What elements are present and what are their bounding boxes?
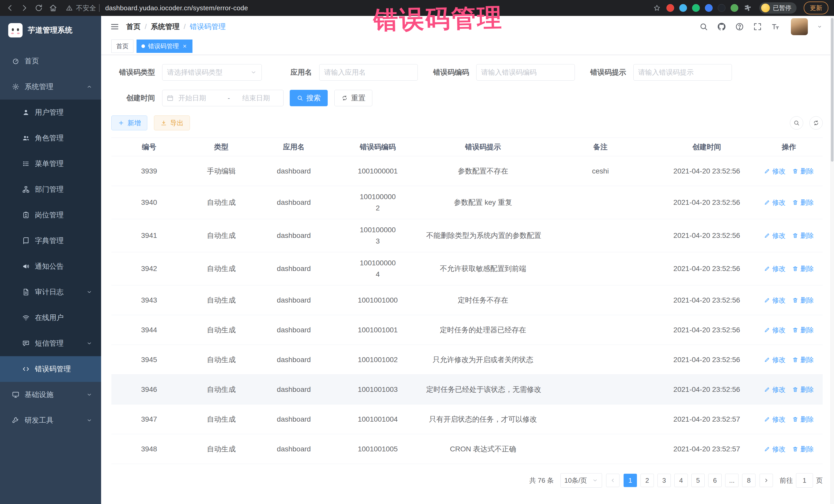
table-row[interactable]: 3947自动生成dashboard1001001004只有开启状态的任务，才可以… (111, 404, 823, 434)
add-button[interactable]: 新增 (111, 115, 147, 130)
extension-icon-1[interactable] (666, 4, 674, 12)
sidebar-item-3[interactable]: 角色管理 (0, 125, 101, 151)
home-icon[interactable] (49, 4, 58, 12)
sidebar-item-14[interactable]: 研发工具 (0, 408, 101, 433)
extension-icon-3[interactable] (692, 4, 700, 12)
sidebar-item-12[interactable]: 错误码管理 (0, 356, 101, 382)
tab-1[interactable]: 错误码管理 (136, 40, 193, 53)
reload-icon[interactable] (35, 4, 43, 12)
edit-link[interactable]: 修改 (764, 294, 786, 306)
table-row[interactable]: 3941自动生成dashboard100100000 3不能删除类型为系统内置的… (111, 219, 823, 252)
profile-chip[interactable]: 已暂停 (759, 2, 796, 14)
back-icon[interactable] (6, 4, 14, 12)
help-icon[interactable] (735, 22, 744, 31)
error-hint-input[interactable] (633, 64, 732, 81)
toggle-search-button[interactable] (790, 116, 803, 130)
avatar-caret-icon[interactable] (816, 24, 823, 30)
edit-link[interactable]: 修改 (764, 384, 786, 395)
delete-link[interactable]: 删除 (792, 384, 814, 395)
user-avatar[interactable] (791, 18, 808, 35)
sidebar-item-9[interactable]: 审计日志 (0, 279, 101, 305)
page-button-8[interactable]: 8 (742, 474, 755, 487)
reset-button[interactable]: 重置 (334, 90, 372, 106)
tab-0[interactable]: 首页 (111, 40, 133, 53)
font-size-icon[interactable] (771, 22, 780, 31)
delete-link[interactable]: 删除 (792, 414, 814, 425)
edit-link[interactable]: 修改 (764, 443, 786, 455)
delete-link[interactable]: 删除 (792, 166, 814, 177)
page-button-1[interactable]: 1 (623, 474, 637, 487)
edit-link[interactable]: 修改 (764, 197, 786, 208)
close-icon[interactable] (182, 43, 188, 49)
error-type-select[interactable]: 请选择错误码类型 (162, 64, 262, 81)
extension-icon-4[interactable] (705, 4, 712, 12)
extension-icon-6[interactable] (730, 4, 738, 12)
edit-link[interactable]: 修改 (764, 263, 786, 274)
fullscreen-icon[interactable] (753, 22, 762, 31)
prev-page-button[interactable] (606, 474, 619, 487)
delete-link[interactable]: 删除 (792, 294, 814, 306)
sidebar-item-0[interactable]: 首页 (0, 48, 101, 74)
edit-link[interactable]: 修改 (764, 324, 786, 336)
delete-link[interactable]: 删除 (792, 324, 814, 336)
delete-link[interactable]: 删除 (792, 443, 814, 455)
table-row[interactable]: 3948自动生成dashboard1001001005CRON 表达式不正确20… (111, 434, 823, 464)
breadcrumb-system[interactable]: 系统管理 (151, 22, 180, 31)
delete-link[interactable]: 删除 (792, 354, 814, 366)
table-row[interactable]: 3945自动生成dashboard1001001002只允许修改为开启或者关闭状… (111, 345, 823, 375)
extension-icon-2[interactable] (679, 4, 687, 12)
breadcrumb-home[interactable]: 首页 (126, 22, 140, 31)
url-text[interactable]: dashboard.yudao.iocoder.cn/system/error-… (105, 4, 248, 12)
extensions-puzzle-icon[interactable] (744, 4, 752, 12)
sidebar-item-4[interactable]: 菜单管理 (0, 151, 101, 177)
header-search-icon[interactable] (699, 22, 708, 31)
edit-link[interactable]: 修改 (764, 354, 786, 366)
app-logo[interactable]: 芋道管理系统 (0, 16, 101, 45)
sidebar-item-10[interactable]: 在线用户 (0, 305, 101, 330)
table-row[interactable]: 3943自动生成dashboard1001001000定时任务不存在2021-0… (111, 285, 823, 315)
sidebar-item-6[interactable]: 岗位管理 (0, 202, 101, 228)
table-row[interactable]: 3942自动生成dashboard100100000 4不允许获取敏感配置到前端… (111, 252, 823, 285)
extension-icon-5[interactable] (718, 4, 725, 12)
github-icon[interactable] (717, 22, 726, 31)
page-ellipsis[interactable]: ... (725, 474, 739, 487)
sidebar-item-11[interactable]: 短信管理 (0, 330, 101, 356)
hamburger-icon[interactable] (110, 22, 119, 31)
sidebar-item-1[interactable]: 系统管理 (0, 74, 101, 100)
bookmark-star-icon[interactable] (653, 4, 661, 12)
delete-link[interactable]: 删除 (792, 230, 814, 241)
date-range-picker[interactable]: 开始日期 - 结束日期 (162, 90, 284, 106)
page-size-select[interactable]: 10条/页 (561, 473, 602, 487)
next-page-button[interactable] (760, 474, 773, 487)
page-button-4[interactable]: 4 (674, 474, 688, 487)
edit-link[interactable]: 修改 (764, 230, 786, 241)
table-row[interactable]: 3940自动生成dashboard100100000 2参数配置 key 重复2… (111, 186, 823, 219)
table-row[interactable]: 3946自动生成dashboard1001001003定时任务已经处于该状态，无… (111, 375, 823, 404)
delete-link[interactable]: 删除 (792, 197, 814, 208)
table-row[interactable]: 3939手动编辑dashboard1001000001参数配置不存在ceshi2… (111, 156, 823, 186)
page-button-5[interactable]: 5 (691, 474, 705, 487)
site-security[interactable]: 不安全 (66, 4, 100, 13)
page-button-3[interactable]: 3 (657, 474, 671, 487)
page-button-6[interactable]: 6 (708, 474, 722, 487)
page-button-2[interactable]: 2 (640, 474, 654, 487)
sidebar-item-8[interactable]: 通知公告 (0, 254, 101, 279)
scrollbar[interactable] (830, 16, 834, 504)
app-name-input[interactable] (319, 64, 418, 81)
browser-update-button[interactable]: 更新 (804, 2, 828, 14)
table-row[interactable]: 3944自动生成dashboard1001001001定时任务的处理器已经存在2… (111, 315, 823, 345)
sidebar-item-5[interactable]: 部门管理 (0, 177, 101, 202)
goto-page-input[interactable] (796, 473, 813, 487)
refresh-table-button[interactable] (809, 116, 823, 130)
sidebar-item-13[interactable]: 基础设施 (0, 382, 101, 408)
sidebar-item-7[interactable]: 字典管理 (0, 228, 101, 254)
edit-link[interactable]: 修改 (764, 166, 786, 177)
delete-link[interactable]: 删除 (792, 263, 814, 274)
scrollbar-thumb[interactable] (831, 18, 833, 162)
forward-icon[interactable] (20, 4, 29, 12)
export-button[interactable]: 导出 (154, 115, 190, 130)
error-code-input[interactable] (476, 64, 575, 81)
sidebar-item-2[interactable]: 用户管理 (0, 100, 101, 125)
edit-link[interactable]: 修改 (764, 414, 786, 425)
search-button[interactable]: 搜索 (290, 90, 328, 106)
